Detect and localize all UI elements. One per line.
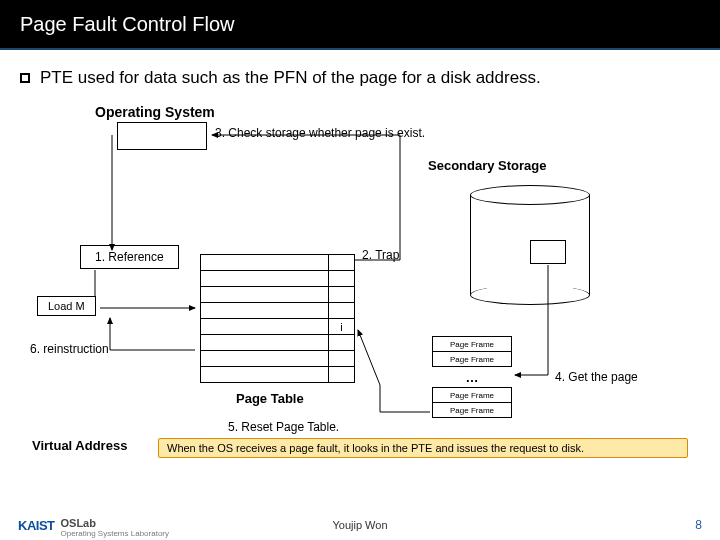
slide-content: PTE used for data such as the PFN of the… [0,50,720,510]
page-frame-dots: … [432,366,512,388]
step5-label: 5. Reset Page Table. [228,420,339,434]
page-frame-row: Page Frame [432,336,512,352]
callout-box: When the OS receives a page fault, it lo… [158,438,688,458]
page-table: i [200,254,355,383]
page-frames: Page Frame Page Frame … Page Frame Page … [432,336,512,417]
brand-oslab: OSLab [61,517,96,529]
bullet-text: PTE used for data such as the PFN of the… [40,68,541,88]
trap-label: 2. Trap [362,248,399,262]
page-table-label: Page Table [236,391,304,406]
pt-cell-i: i [329,319,355,335]
step3-label: 3. Check storage whether page is exist. [215,126,425,140]
slide-footer: KAIST OSLab Operating Systems Laboratory… [0,510,720,540]
slide-title: Page Fault Control Flow [20,13,235,36]
bullet-row: PTE used for data such as the PFN of the… [20,68,541,88]
reference-box: 1. Reference [80,245,179,269]
brand-kaist: KAIST [18,518,55,533]
virtual-address-label: Virtual Address [32,438,127,453]
brand: KAIST OSLab Operating Systems Laboratory [18,513,169,538]
step4-label: 4. Get the page [555,370,638,384]
page-frame-row: Page Frame [432,351,512,367]
author-name: Youjip Won [332,519,387,531]
os-box [117,122,207,150]
bullet-icon [20,73,30,83]
page-number: 8 [695,518,702,532]
page-frame-row: Page Frame [432,402,512,418]
secondary-storage-label: Secondary Storage [428,158,547,173]
page-frame-row: Page Frame [432,387,512,403]
step6-label: 6. reinstruction [30,342,109,356]
brand-sub: Operating Systems Laboratory [61,529,170,538]
disk-block [530,240,566,264]
loadm-box: Load M [37,296,96,316]
os-label: Operating System [95,104,215,120]
slide-header: Page Fault Control Flow [0,0,720,50]
